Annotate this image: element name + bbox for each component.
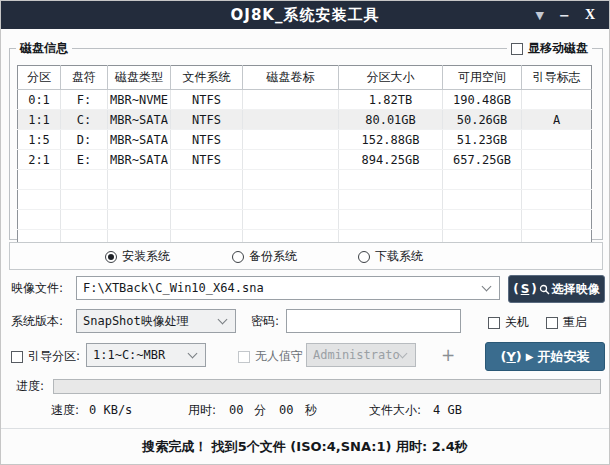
chevron-down-icon bbox=[218, 315, 228, 325]
cell-boot-flag bbox=[522, 150, 592, 170]
radio-backup-system[interactable]: 备份系统 bbox=[232, 248, 297, 265]
cell-free-space: 51.23GB bbox=[443, 130, 522, 150]
cell-filesystem: NTFS bbox=[171, 90, 243, 110]
show-removable-checkbox[interactable] bbox=[511, 43, 523, 55]
restart-checkbox[interactable] bbox=[546, 317, 558, 329]
time-label: 用时: bbox=[188, 402, 216, 418]
boot-partition-label: 引导分区: bbox=[28, 348, 80, 365]
cell-volume-label bbox=[243, 130, 339, 150]
shutdown-label: 关机 bbox=[505, 314, 529, 331]
cell-free-space: 657.25GB bbox=[443, 150, 522, 170]
cell-volume-label bbox=[243, 150, 339, 170]
cell-drive: D: bbox=[61, 130, 108, 150]
shutdown-checkbox[interactable] bbox=[488, 317, 500, 329]
search-icon bbox=[539, 284, 550, 295]
system-version-value: SnapShot映像处理 bbox=[83, 313, 219, 330]
col-header-volume-label[interactable]: 磁盘卷标 bbox=[243, 66, 339, 90]
minutes-unit: 分 bbox=[254, 402, 266, 418]
cell-filesystem: NTFS bbox=[171, 150, 243, 170]
disk-table: 分区 盘符 磁盘类型 文件系统 磁盘卷标 分区大小 可用空间 引导标志 0:1 … bbox=[17, 65, 592, 250]
col-header-partition[interactable]: 分区 bbox=[18, 66, 61, 90]
system-version-label: 系统版本: bbox=[11, 309, 63, 333]
table-row[interactable]: 0:1 F: MBR~NVME NTFS 1.82TB 190.48GB bbox=[18, 90, 592, 110]
shutdown-option[interactable]: 关机 bbox=[488, 314, 529, 331]
mnemonic-letter: S bbox=[521, 282, 530, 296]
chevron-down-icon bbox=[188, 349, 198, 359]
unattended-option: 无人值守 bbox=[238, 348, 303, 365]
cell-volume-label bbox=[243, 90, 339, 110]
seconds-unit: 秒 bbox=[305, 402, 317, 418]
cell-boot-flag: A bbox=[522, 110, 592, 130]
time-minutes: 00 bbox=[229, 402, 243, 418]
col-header-filesystem[interactable]: 文件系统 bbox=[171, 66, 243, 90]
cell-disk-type: MBR~SATA bbox=[108, 150, 171, 170]
cell-disk-type: MBR~NVME bbox=[108, 90, 171, 110]
title-bar[interactable]: OJ8K_系统安装工具 ▼ − X bbox=[1, 1, 609, 29]
table-row[interactable]: 2:1 E: MBR~SATA NTFS 894.25GB 657.25GB bbox=[18, 150, 592, 170]
chevron-down-icon bbox=[398, 349, 408, 359]
mnemonic-paren: ) bbox=[531, 282, 536, 296]
titlebar-controls: ▼ − X bbox=[536, 1, 596, 29]
statusbar-divider bbox=[1, 428, 609, 429]
minimize-icon[interactable]: − bbox=[559, 8, 570, 23]
system-version-dropdown[interactable]: SnapShot映像处理 bbox=[76, 309, 236, 333]
mode-groupbox: 安装系统 备份系统 下载系统 bbox=[9, 242, 603, 270]
table-row-selected[interactable]: 1:1 C: MBR~SATA NTFS 80.01GB 50.26GB A bbox=[18, 110, 592, 130]
restart-label: 重启 bbox=[563, 314, 587, 331]
select-image-button-label: 选择映像 bbox=[552, 281, 600, 298]
cell-partition-size: 80.01GB bbox=[339, 110, 443, 130]
unattended-checkbox bbox=[238, 351, 250, 363]
table-row-empty bbox=[18, 190, 592, 210]
disk-info-title: 磁盘信息 bbox=[16, 40, 72, 57]
start-install-button-label: 开始安装 bbox=[538, 348, 590, 366]
boot-partition-option[interactable]: 引导分区: bbox=[11, 348, 80, 365]
radio-icon bbox=[232, 251, 244, 263]
cell-boot-flag bbox=[522, 130, 592, 150]
filesize-label: 文件大小: bbox=[369, 402, 421, 418]
cell-disk-type: MBR~SATA bbox=[108, 130, 171, 150]
cell-volume-label bbox=[243, 110, 339, 130]
progress-bar bbox=[53, 379, 601, 394]
window-title: OJ8K_系统安装工具 bbox=[231, 6, 380, 25]
radio-icon bbox=[358, 251, 370, 263]
cell-partition: 1:1 bbox=[18, 110, 61, 130]
show-removable-label: 显移动磁盘 bbox=[528, 40, 588, 57]
radio-icon bbox=[105, 251, 117, 263]
boot-partition-value: 1:1~C:~MBR bbox=[93, 348, 189, 362]
cell-drive: F: bbox=[61, 90, 108, 110]
image-file-label: 映像文件: bbox=[11, 276, 63, 300]
boot-partition-dropdown[interactable]: 1:1~C:~MBR bbox=[86, 343, 206, 367]
select-image-button[interactable]: (S) 选择映像 bbox=[508, 275, 605, 303]
table-row[interactable]: 1:5 D: MBR~SATA NTFS 152.88GB 51.23GB bbox=[18, 130, 592, 150]
radio-install-system[interactable]: 安装系统 bbox=[105, 248, 170, 265]
close-icon[interactable]: X bbox=[585, 7, 595, 23]
cell-partition-size: 152.88GB bbox=[339, 130, 443, 150]
start-install-button[interactable]: (Y) ▶ 开始安装 bbox=[485, 342, 605, 371]
image-file-combobox[interactable]: F:\XTBack\C_Win10_X64.sna bbox=[76, 276, 500, 300]
col-header-partition-size[interactable]: 分区大小 bbox=[339, 66, 443, 90]
speed-label: 速度: bbox=[51, 402, 79, 418]
col-header-disk-type[interactable]: 磁盘类型 bbox=[108, 66, 171, 90]
cell-filesystem: NTFS bbox=[171, 130, 243, 150]
image-file-value: F:\XTBack\C_Win10_X64.sna bbox=[83, 281, 483, 295]
col-header-boot-flag[interactable]: 引导标志 bbox=[522, 66, 592, 90]
restart-option[interactable]: 重启 bbox=[546, 314, 587, 331]
add-account-button[interactable]: + bbox=[438, 345, 458, 365]
cell-partition: 2:1 bbox=[18, 150, 61, 170]
table-header-row: 分区 盘符 磁盘类型 文件系统 磁盘卷标 分区大小 可用空间 引导标志 bbox=[18, 66, 592, 90]
filesize-value: 4 GB bbox=[433, 402, 462, 418]
menu-dropdown-icon[interactable]: ▼ bbox=[536, 9, 544, 22]
table-row-empty bbox=[18, 170, 592, 190]
cell-disk-type: MBR~SATA bbox=[108, 110, 171, 130]
unattended-label: 无人值守 bbox=[255, 348, 303, 365]
col-header-free-space[interactable]: 可用空间 bbox=[443, 66, 522, 90]
account-value: Administrator bbox=[313, 348, 399, 362]
password-input[interactable] bbox=[286, 309, 461, 333]
show-removable-option[interactable]: 显移动磁盘 bbox=[507, 40, 592, 57]
cell-partition-size: 1.82TB bbox=[339, 90, 443, 110]
radio-download-system[interactable]: 下载系统 bbox=[358, 248, 423, 265]
time-seconds: 00 bbox=[279, 402, 293, 418]
boot-partition-checkbox[interactable] bbox=[11, 351, 23, 363]
password-label: 密码: bbox=[251, 309, 279, 333]
col-header-drive[interactable]: 盘符 bbox=[61, 66, 108, 90]
